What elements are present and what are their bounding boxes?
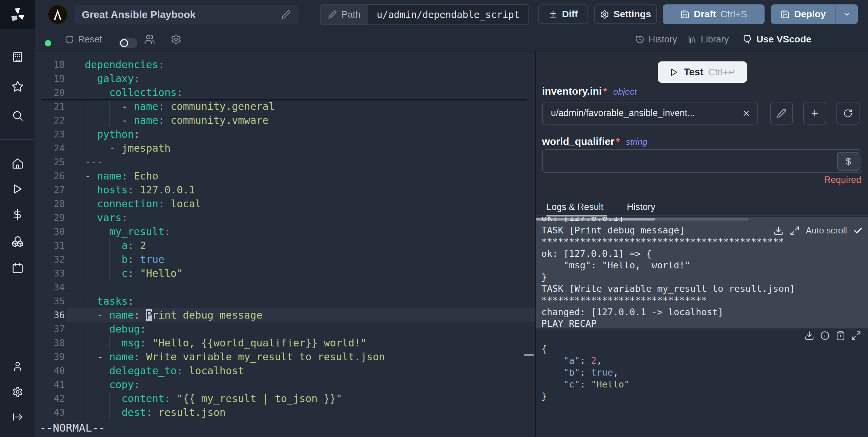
- line-number: 37: [35, 322, 65, 336]
- indent-guide: [97, 113, 97, 127]
- indent-guide: [97, 252, 97, 266]
- user-icon[interactable]: [12, 361, 23, 372]
- copy-result-icon[interactable]: [835, 330, 846, 341]
- indent-guide: [85, 99, 85, 113]
- deploy-split-button: Deploy: [771, 4, 858, 24]
- result-info-icon[interactable]: [820, 330, 830, 341]
- boxes-icon[interactable]: [12, 235, 24, 248]
- download-logs-icon[interactable]: [773, 226, 784, 236]
- code-line: - name: community.vmware: [85, 113, 535, 127]
- plus-icon: [810, 109, 819, 118]
- play-icon[interactable]: [12, 183, 24, 195]
- tab-logs-result[interactable]: Logs & Result: [546, 202, 603, 212]
- draft-button[interactable]: Draft Ctrl+S: [663, 4, 765, 24]
- calendar-icon[interactable]: [12, 262, 24, 274]
- indent-guide: [85, 141, 85, 155]
- edit-resource-button[interactable]: [770, 102, 793, 125]
- code-line: dest: result.json: [85, 405, 535, 419]
- expand-result-icon[interactable]: [851, 330, 861, 341]
- library-button[interactable]: Library: [688, 34, 729, 45]
- indent-guide: [85, 364, 85, 378]
- windmill-script-editor: { "colors": { "sidebar_bg": "#1d222f", "…: [0, 0, 868, 437]
- logout-icon[interactable]: [12, 412, 23, 422]
- indent-guide: [109, 239, 110, 252]
- indent-guide: [109, 405, 110, 419]
- building-icon[interactable]: [12, 51, 24, 63]
- edit-path-pencil-icon[interactable]: [328, 10, 337, 19]
- line-number: 33: [35, 266, 65, 280]
- indent-guide: [85, 294, 85, 308]
- code-line: a: 2: [85, 239, 535, 252]
- auto-scroll-checkbox[interactable]: [853, 226, 863, 236]
- expand-logs-icon[interactable]: [790, 226, 800, 236]
- code-line: content: "{{ my_result | to_json }}": [85, 392, 535, 405]
- code-line: dependencies:: [85, 58, 535, 72]
- code-editor[interactable]: 1819202122232425262728293031323334353637…: [35, 52, 535, 437]
- clear-resource-icon[interactable]: [742, 109, 751, 118]
- sticky-scroll-divider: [42, 99, 527, 100]
- indent-guide: [85, 183, 85, 197]
- inventory-type-annotation: object: [613, 87, 637, 97]
- windmill-logo-icon[interactable]: [0, 0, 35, 29]
- log-line: }: [541, 271, 547, 283]
- diff-mode-toggle[interactable]: [119, 38, 137, 48]
- reset-button[interactable]: Reset: [65, 34, 102, 45]
- deploy-button[interactable]: Deploy: [771, 4, 835, 24]
- settings-button[interactable]: Settings: [594, 4, 657, 24]
- collaborators-button[interactable]: [144, 34, 155, 45]
- indent-guide: [109, 392, 110, 405]
- line-number: 40: [35, 364, 65, 378]
- code-line: msg: "Hello, {{world_qualifier}} world!": [85, 336, 535, 350]
- code-line: [85, 419, 535, 433]
- refresh-resource-button[interactable]: [836, 102, 860, 125]
- inventory-path-input[interactable]: u/admin/favorable_ansible_invent...: [542, 102, 758, 125]
- edit-title-pencil-icon[interactable]: [281, 10, 291, 19]
- indent-guide: [109, 252, 110, 266]
- chevron-down-icon: [843, 10, 851, 19]
- code-line: ---: [85, 155, 535, 169]
- diff-button[interactable]: Diff: [538, 4, 588, 24]
- add-resource-button[interactable]: [803, 102, 826, 125]
- log-line: TASK [Print debug message]: [541, 225, 685, 236]
- line-number: 23: [35, 127, 65, 141]
- line-number: 27: [35, 183, 65, 197]
- editor-toolbar: Reset History Library Use VScode: [35, 29, 868, 52]
- gear-icon[interactable]: [12, 386, 23, 397]
- tab-history[interactable]: History: [627, 202, 655, 212]
- download-result-icon[interactable]: [804, 330, 814, 341]
- code-line: python:: [85, 127, 535, 141]
- indent-guide: [109, 266, 110, 280]
- world-qualifier-input[interactable]: $: [542, 149, 862, 173]
- code-line: copy:: [85, 378, 535, 392]
- indent-guide: [85, 336, 85, 350]
- line-number: 24: [35, 141, 65, 155]
- deploy-dropdown-button[interactable]: [835, 4, 858, 24]
- use-vscode-button[interactable]: Use VScode: [742, 34, 811, 45]
- path-chip[interactable]: Path u/admin/dependable_script: [320, 4, 529, 25]
- run-panel: Test Ctrl+↵ inventory.ini * object u/adm…: [535, 52, 868, 437]
- star-icon[interactable]: [12, 80, 24, 93]
- indent-guide: [97, 405, 97, 419]
- script-title-field[interactable]: Great Ansible Playbook: [74, 5, 298, 24]
- status-dot: [45, 40, 51, 46]
- editor-scrollbar-handle[interactable]: [524, 354, 534, 356]
- line-number: 42: [35, 392, 65, 405]
- dollar-icon[interactable]: [12, 208, 24, 221]
- code-line: - name: community.general: [85, 99, 535, 113]
- code-line: debug:: [85, 322, 535, 336]
- home-icon[interactable]: [12, 157, 24, 170]
- gear-icon: [600, 10, 609, 19]
- result-json-line: {: [541, 343, 547, 355]
- indent-guide: [97, 99, 97, 113]
- log-output-panel[interactable]: ok: [127.0.0.1] TASK [Print debug messag…: [536, 217, 868, 328]
- search-icon[interactable]: [12, 110, 24, 122]
- ansible-logo-icon: [48, 5, 67, 24]
- history-button[interactable]: History: [635, 34, 677, 45]
- code-line: delegate_to: localhost: [85, 364, 535, 378]
- editor-settings-button[interactable]: [171, 34, 181, 45]
- indent-guide: [85, 266, 85, 280]
- log-line: ******************************: [541, 294, 707, 306]
- sidebar-divider: [0, 139, 35, 140]
- indent-guide: [97, 225, 97, 239]
- test-button[interactable]: Test Ctrl+↵: [658, 61, 747, 83]
